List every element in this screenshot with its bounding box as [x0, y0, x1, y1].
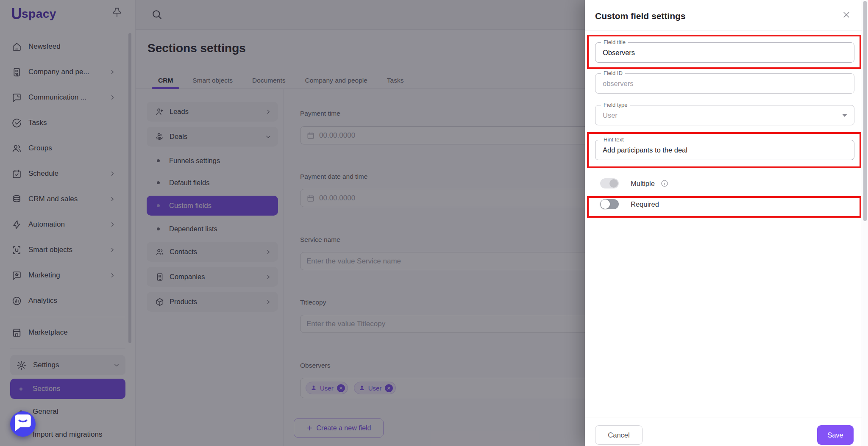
field-type-value: User	[603, 105, 618, 125]
field-type-select: Field type User	[595, 105, 854, 125]
save-button[interactable]: Save	[817, 425, 854, 445]
required-toggle-row: Required	[600, 197, 659, 211]
multiple-toggle	[600, 178, 619, 188]
chat-widget-button[interactable]	[10, 411, 36, 437]
drawer-title: Custom field settings	[595, 11, 686, 21]
app-root: Uspacy Newsfeed Company and pe... Commun…	[0, 0, 868, 446]
field-id-value: observers	[603, 74, 633, 93]
drawer-footer-divider	[585, 418, 868, 418]
field-id-input: Field ID observers	[595, 73, 854, 94]
modal-backdrop[interactable]	[0, 0, 585, 446]
hint-text-input[interactable]: Hint text Add participants to the deal	[595, 140, 854, 160]
toggle-knob	[609, 179, 618, 188]
drawer-header-divider	[585, 30, 868, 31]
field-title-value: Observers	[603, 43, 635, 62]
close-icon[interactable]	[840, 8, 853, 21]
required-label: Required	[631, 200, 659, 208]
toggle-knob	[601, 199, 610, 209]
drawer-scrollbar-track[interactable]	[862, 0, 868, 446]
field-title-input[interactable]: Field title Observers	[595, 42, 854, 63]
multiple-toggle-row: Multiple	[600, 177, 669, 190]
cancel-button[interactable]: Cancel	[595, 425, 643, 445]
required-toggle[interactable]	[600, 199, 619, 209]
dropdown-caret-icon	[842, 114, 847, 117]
hint-text-value: Add participants to the deal	[603, 140, 687, 160]
custom-field-settings-drawer: Custom field settings Field title Observ…	[585, 0, 868, 446]
drawer-scrollbar-thumb[interactable]	[863, 1, 867, 221]
multiple-label: Multiple	[631, 180, 655, 188]
info-icon[interactable]	[660, 179, 669, 188]
chat-bubble-icon	[10, 411, 36, 437]
